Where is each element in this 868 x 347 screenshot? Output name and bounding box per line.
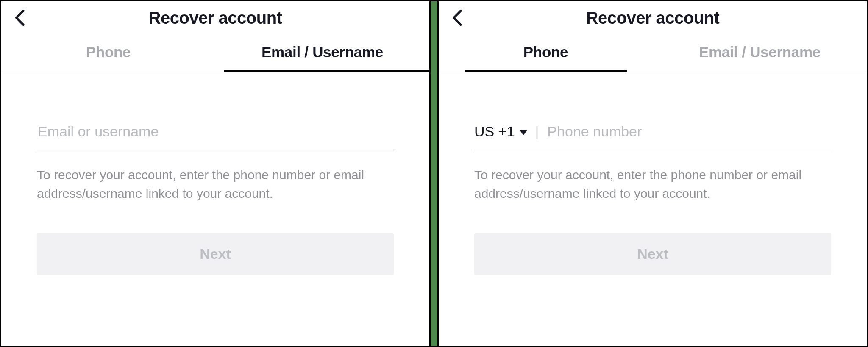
- page-title: Recover account: [447, 8, 858, 28]
- tabs: Phone Email / Username: [439, 39, 867, 72]
- helper-text: To recover your account, enter the phone…: [474, 166, 831, 203]
- phone-field-wrap: US +1 |: [474, 119, 831, 150]
- next-button[interactable]: Next: [474, 233, 831, 275]
- recover-panel-email: Recover account Phone Email / Username T…: [0, 0, 431, 347]
- header: Recover account: [1, 1, 429, 39]
- form-body: US +1 | To recover your account, enter t…: [439, 72, 867, 275]
- tab-phone[interactable]: Phone: [439, 39, 653, 72]
- caret-down-icon: [520, 130, 527, 135]
- tab-phone[interactable]: Phone: [1, 39, 215, 72]
- page-title: Recover account: [10, 8, 421, 28]
- helper-text: To recover your account, enter the phone…: [37, 166, 394, 203]
- header: Recover account: [439, 1, 867, 39]
- panel-divider: [431, 0, 437, 347]
- field-separator: |: [527, 123, 546, 140]
- email-username-field-wrap: [37, 119, 394, 150]
- tab-email-username[interactable]: Email / Username: [653, 39, 867, 72]
- country-code-label: US +1: [474, 123, 515, 140]
- country-code-selector[interactable]: US +1: [474, 123, 527, 140]
- phone-number-input[interactable]: [546, 123, 831, 140]
- email-username-input[interactable]: [37, 123, 394, 140]
- tabs: Phone Email / Username: [1, 39, 429, 72]
- tab-email-username[interactable]: Email / Username: [215, 39, 429, 72]
- next-button[interactable]: Next: [37, 233, 394, 275]
- form-body: To recover your account, enter the phone…: [1, 72, 429, 275]
- recover-panel-phone: Recover account Phone Email / Username U…: [437, 0, 868, 347]
